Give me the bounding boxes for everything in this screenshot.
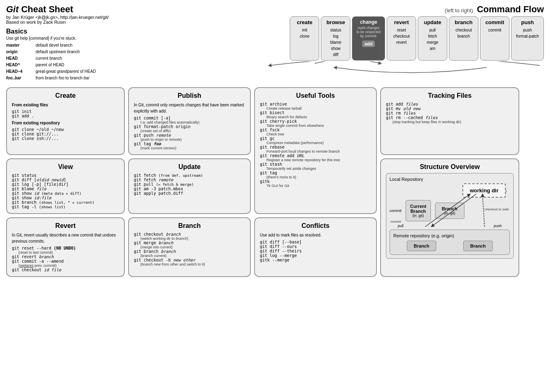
- publish-cmds: git commit [-a] (-a: add changed files a…: [134, 116, 245, 150]
- view-line-7: git branch (shows list, * = current): [12, 200, 119, 205]
- tool-bisect: git bisect Binary search for defects: [260, 110, 371, 119]
- create-from-existing-repo: From existing repository: [12, 120, 119, 126]
- tool-bisect-cmd: git bisect: [260, 110, 371, 115]
- basics-key-head: HEAD: [6, 55, 31, 62]
- revert-card: Revert In Git, revert usually describes …: [6, 217, 125, 277]
- cf-box-commit: commit commit: [480, 16, 509, 61]
- tracking-line-4: git rm --cached files: [386, 115, 514, 120]
- tool-cherry-pick-desc: Take single commit from elsewhere: [260, 124, 371, 128]
- title-area: Git Cheat Sheet by Jan Krüger <jk@jk.gs>…: [6, 4, 121, 25]
- conflicts-cmds: git diff [--base] git diff --ours git di…: [260, 240, 371, 262]
- publish-card: Publish In Git, commit only respects cha…: [128, 87, 251, 155]
- tool-archive: git archive Create release tarball: [260, 102, 371, 110]
- cf-box-browse-title: browse: [325, 19, 346, 25]
- branch-line-2: (switch working dir to branch): [134, 237, 245, 241]
- cf-box-branch: branch checkoutbranch: [449, 16, 478, 61]
- tool-cherry-pick-cmd: git cherry-pick: [260, 119, 371, 124]
- revert-description: In Git, revert usually describes a new c…: [12, 232, 119, 244]
- create-heading: Create: [12, 92, 119, 99]
- local-repo-contents: working dir checkout to switch commit Cu…: [390, 183, 510, 228]
- branch-sub-text: (in .git): [442, 211, 458, 215]
- branch-line-5: git branch branch: [134, 249, 245, 254]
- tracking-line-2: git mv old new: [386, 106, 514, 111]
- basics-row-head: HEAD current branch: [6, 55, 121, 62]
- create-cmd-clone1: git clone ~/old ~/new: [12, 127, 119, 132]
- tool-gitk-desc: Tk GUI for Git: [260, 184, 371, 188]
- basics-row-foobar: foo..bar from branch foo to branch bar: [6, 75, 121, 81]
- cf-box-change: change mark changesto be respectedby com…: [352, 16, 385, 61]
- tool-archive-cmd: git archive: [260, 102, 371, 106]
- structure-overview-card: Structure Overview Local Repository work…: [380, 158, 519, 277]
- page-title: Git Cheat Sheet: [6, 4, 121, 15]
- view-line-8: git tag -l (shows list): [12, 205, 119, 209]
- current-branch-label: CurrentBranch: [410, 204, 426, 214]
- command-flow-direction: (left to right): [445, 7, 473, 14]
- basics-key-foobar: foo..bar: [6, 75, 31, 81]
- create-card: Create From existing files git init git …: [6, 87, 125, 155]
- branch-line-6: (branch current): [134, 254, 245, 258]
- view-line-5: git show id (meta data + diff): [12, 191, 119, 196]
- basics-val-master: default devel branch: [36, 42, 72, 49]
- branch-line-4: (merge into current): [134, 245, 245, 249]
- header-row: Git Cheat Sheet by Jan Krüger <jk@jk.gs>…: [6, 4, 544, 85]
- publish-line-2: (-a: add changed files automatically): [134, 120, 245, 124]
- cf-box-update-title: update: [422, 19, 443, 25]
- commit-label: commit: [390, 209, 401, 213]
- publish-heading: Publish: [134, 92, 245, 99]
- basics-help: Use git help [command] if you're stuck.: [6, 36, 121, 41]
- useful-tools-list: git archive Create release tarball git b…: [260, 102, 371, 188]
- basics-heading: Basics: [6, 28, 121, 35]
- cf-box-create: create initclone: [290, 16, 319, 61]
- working-dir-box: working dir: [462, 183, 506, 198]
- basics-val-head-caret: parent of HEAD: [36, 62, 64, 68]
- revert-line-2: (reset to last commit): [12, 250, 119, 255]
- revert-line-3: git revert branch: [12, 255, 119, 259]
- branches-row: commit CurrentBranch (in .git) Branch (i…: [390, 200, 510, 221]
- basics-val-origin: default upstream branch: [36, 49, 80, 55]
- conflicts-heading: Conflicts: [260, 222, 371, 230]
- remote-repo-label: Remote repository (e.g. origin): [393, 233, 506, 238]
- update-line-5: git apply patch.diff: [134, 191, 245, 196]
- pull-push-labels: pull push: [390, 224, 510, 228]
- publish-line-6: (push to origin or remote): [134, 137, 245, 142]
- publish-line-8: (mark current version): [134, 146, 245, 150]
- cf-box-branch-cmds: checkoutbranch: [453, 27, 474, 39]
- tool-fsck-cmd: git fsck: [260, 128, 371, 132]
- command-flow-area: (left to right) Command Flow create init…: [121, 4, 544, 82]
- based-on-text: Based on work by Zack Rusin: [6, 20, 121, 25]
- basics-val-head4: great-great grandparent of HEAD: [36, 68, 96, 75]
- remote-branch-1: Branch: [407, 241, 436, 251]
- local-repo-label: Local Repository: [390, 177, 510, 182]
- tool-rebase-desc: Forward-port local changes to remote bra…: [260, 149, 371, 153]
- basics-val-foobar: from branch foo to branch bar: [36, 75, 90, 81]
- publish-description: In Git, commit only respects changes tha…: [134, 102, 245, 114]
- cf-box-revert-title: revert: [391, 19, 412, 25]
- conflicts-line-1: git diff [--base]: [260, 240, 371, 244]
- tool-tag-cmd: git tag: [260, 171, 371, 175]
- conflicts-description: Use add to mark files as resolved.: [260, 232, 371, 238]
- author-text: by Jan Krüger <jk@jk.gs>, http://jan-kru…: [6, 15, 121, 20]
- update-heading: Update: [134, 163, 245, 171]
- view-line-6: git show id:file: [12, 196, 119, 200]
- update-line-4: git am -3 patch.mbox: [134, 187, 245, 191]
- tool-archive-desc: Create release tarball: [260, 106, 371, 110]
- branch-card: Branch git checkout branch (switch worki…: [128, 217, 251, 277]
- structure-diagram: Local Repository working dir checkout to…: [386, 173, 514, 259]
- tool-rebase-cmd: git rebase: [260, 145, 371, 149]
- tool-remote-add-desc: Register a new remote repository for thi…: [260, 158, 371, 162]
- view-card: View git status git diff [oldid newid] g…: [6, 158, 125, 214]
- view-line-1: git status: [12, 173, 119, 178]
- view-line-2: git diff [oldid newid]: [12, 178, 119, 182]
- conflicts-line-4: git log --merge: [260, 253, 371, 258]
- tool-gc-cmd: git gc: [260, 136, 371, 141]
- cf-box-branch-title: branch: [453, 19, 474, 25]
- cf-box-browse: browse statuslogblameshowdiff: [321, 16, 350, 61]
- basics-row-head-caret: HEAD^ parent of HEAD: [6, 62, 121, 68]
- basics-section: Basics Use git help [command] if you're …: [6, 28, 121, 81]
- publish-line-7: git tag foo: [134, 142, 245, 146]
- update-line-1: git fetch (from def. upstream): [134, 173, 245, 178]
- basics-key-head-caret: HEAD^: [6, 62, 31, 68]
- revert-line-4: git commit -a --amend: [12, 259, 119, 264]
- create-label-existing-repo: From existing repository: [12, 121, 60, 125]
- view-line-3: git log [-p] [file|dir]: [12, 182, 119, 187]
